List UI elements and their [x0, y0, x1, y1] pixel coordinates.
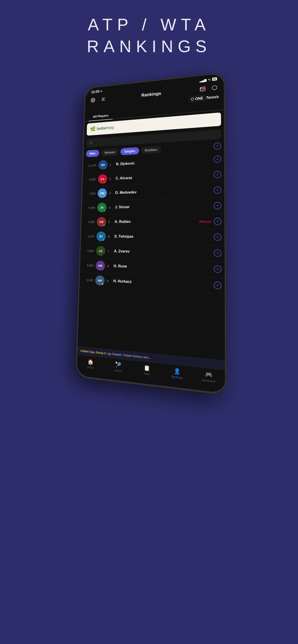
player-points: 3,660 [83, 263, 94, 267]
signal-icon: ▂▄▆ [199, 78, 206, 82]
player-avatar: ST 🇬🇷 [96, 231, 106, 241]
player-flag-icon: 🇷🇺 [103, 224, 106, 227]
nav-item-gamezone[interactable]: 🎮 Gamezone [193, 368, 225, 385]
nav-icon-news: 📋 [144, 365, 150, 372]
avatar-initials: AR [99, 220, 103, 224]
player-points: 4,805 [84, 220, 95, 224]
page-title: Rankings [141, 91, 161, 98]
player-points: 3,985 [83, 249, 94, 252]
svg-line-3 [102, 100, 105, 100]
player-flag-icon: 🇬🇷 [103, 239, 106, 241]
add-player-button[interactable]: + [214, 171, 221, 178]
status-time: 12:00 ➤ [91, 89, 102, 94]
background-title: ATP / WTA RANKINGS [0, 14, 298, 57]
player-points: 8,855 [85, 178, 96, 181]
player-row[interactable]: 4,235 ST 🇬🇷 6 S. Tsitsipas + [81, 229, 225, 246]
add-player-button[interactable]: + [214, 266, 221, 273]
svg-line-6 [91, 143, 92, 144]
nav-label-scores: Scores [114, 368, 122, 372]
player-rank: 5 [108, 220, 113, 224]
avatar-initials: ST [99, 234, 103, 238]
player-rank: 8 [107, 264, 111, 268]
player-avatar: ND 🇷🇸 [98, 160, 107, 170]
nav-label-news: News [144, 372, 150, 376]
player-rank: 7 [107, 249, 112, 253]
search-icon [89, 141, 93, 145]
player-row[interactable]: 6,490 JS 🇮🇹 4 J. Sinner + [82, 198, 224, 215]
status-right: ▂▄▆ ∿ 83 [199, 77, 217, 82]
mail-notification-dot [204, 86, 206, 88]
betterhelp-text: betterhelp [97, 125, 114, 131]
filter-women-button[interactable]: Women [101, 148, 119, 156]
phone-wrapper: 12:00 ➤ ▂▄▆ ∿ 83 [75, 72, 226, 396]
avatar-initials: DM [100, 192, 104, 195]
title-line1: ATP / WTA [0, 14, 298, 36]
player-name: A. Rublev [115, 219, 197, 224]
logo-tennis: Tennis [206, 94, 219, 100]
player-name: J. Sinner [115, 204, 211, 209]
player-avatar: AZ 🇩🇪 [96, 246, 105, 256]
player-name: N. Djokovic [116, 158, 211, 166]
player-name: H. Hurkacz [113, 279, 211, 288]
nav-item-news[interactable]: 📋 News [132, 362, 162, 378]
header-right [198, 83, 219, 94]
nav-icon-rankings: 👤 [174, 368, 181, 375]
ad-image-area [116, 120, 217, 127]
svg-line-1 [102, 98, 105, 98]
add-player-button[interactable]: + [214, 250, 221, 257]
add-player-button[interactable]: + [214, 218, 221, 225]
player-points: 11,245 [86, 164, 96, 168]
add-player-button[interactable]: + [214, 156, 221, 163]
avatar-initials: CA [101, 177, 104, 181]
nav-label-rankings: Rankings [171, 375, 183, 380]
player-avatar: DM 🇷🇺 [98, 188, 107, 198]
logo-one: ⬡ ONE [189, 95, 205, 102]
player-list: 11,245 ND 🇷🇸 1 N. Djokovic + 8,855 CA 🇪🇸… [78, 152, 225, 360]
player-avatar: CA 🇪🇸 [98, 174, 107, 184]
nav-icon-gamezone: 🎮 [205, 371, 212, 378]
nav-item-home[interactable]: 🏠 Home [77, 356, 104, 372]
player-avatar: JS 🇮🇹 [97, 202, 107, 212]
player-rank: 9 [107, 279, 111, 283]
betterhelp-logo: 🌿 betterhelp [90, 125, 114, 132]
player-flag-icon: 🇷🇺 [104, 196, 107, 198]
avatar-initials: AZ [99, 249, 103, 253]
player-flag-icon: 🇮🇹 [103, 210, 106, 212]
player-points: 7,600 [85, 192, 95, 195]
filter-men-button[interactable]: Men [86, 150, 99, 157]
nav-icon-scores: 🎾 [115, 362, 121, 368]
svg-marker-4 [212, 85, 217, 90]
player-rank: 3 [109, 191, 113, 195]
add-player-button[interactable]: + [214, 202, 221, 209]
wifi-icon: ∿ [208, 78, 210, 82]
mail-button[interactable] [198, 84, 207, 94]
notif-event: United Cup, Group A: [81, 349, 107, 355]
avatar-initials: JS [100, 206, 104, 209]
nav-item-rankings[interactable]: 👤 Rankings [162, 365, 193, 381]
player-row[interactable]: 4,805 AR 🇷🇺 5 A. Rublev Wilson + [81, 214, 224, 229]
filter-doubles-button[interactable]: Doubles [141, 146, 161, 154]
player-flag-icon: 🇩🇰 [102, 268, 105, 271]
screen: Rankings [77, 81, 225, 390]
add-player-button[interactable]: + [214, 186, 221, 194]
nav-item-scores[interactable]: 🎾 Scores [104, 360, 133, 375]
player-points: 3,245 [82, 278, 93, 282]
player-name: S. Tsitsipas [114, 234, 211, 239]
add-filter-button[interactable]: + [214, 142, 221, 150]
player-rank: 4 [109, 206, 113, 209]
add-player-button[interactable]: + [214, 282, 222, 289]
filter-singles-button[interactable]: Singles [120, 147, 139, 155]
nav-label-home: Home [87, 366, 94, 369]
add-player-button[interactable]: + [214, 234, 221, 241]
profile-button[interactable] [210, 83, 219, 92]
player-points: 6,490 [85, 206, 95, 209]
player-avatar: HH 🇵🇱 [95, 275, 105, 286]
settings-button[interactable] [89, 96, 97, 104]
player-avatar: HR 🇩🇰 [96, 260, 105, 271]
player-rank: 2 [109, 177, 114, 180]
player-flag-icon: 🇩🇪 [102, 254, 105, 256]
header-left [89, 95, 107, 104]
player-flag-icon: 🇷🇸 [104, 167, 107, 170]
player-points: 4,235 [84, 234, 95, 238]
menu-button[interactable] [100, 95, 107, 104]
